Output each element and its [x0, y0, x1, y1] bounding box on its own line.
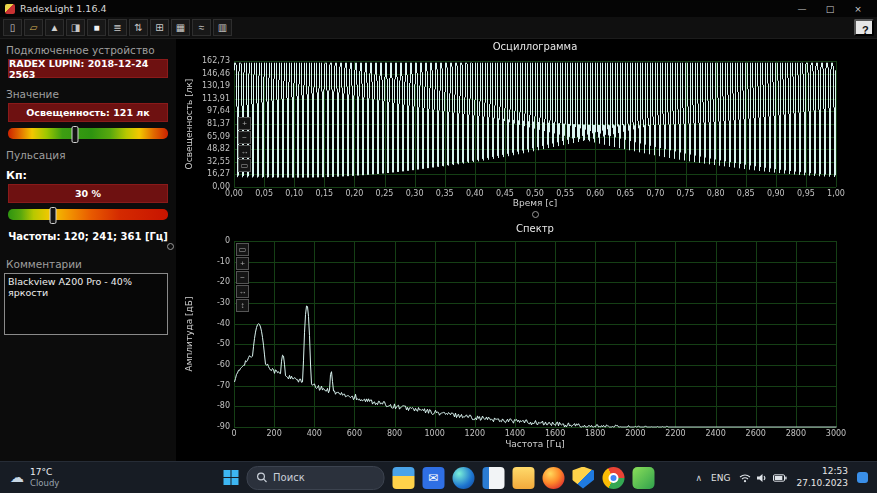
- spectrum-zoom-in-button[interactable]: +: [236, 257, 249, 270]
- spectrum-x-axis-label: Частота [Гц]: [234, 439, 836, 449]
- taskbar-weather-widget[interactable]: ☁ 17°C Cloudy: [0, 467, 160, 488]
- start-button[interactable]: [223, 470, 238, 485]
- taskbar: ☁ 17°C Cloudy Поиск ✉ ∧ ENG: [0, 461, 877, 493]
- triangle-icon: ▲: [50, 22, 60, 33]
- search-icon: [256, 472, 267, 483]
- oscillogram-zoom-out-button[interactable]: −: [238, 131, 251, 144]
- kp-value: 30 %: [8, 184, 168, 203]
- oscillogram-pan-button[interactable]: ↔: [238, 145, 251, 158]
- comments-section-header: Комментарии: [6, 258, 170, 270]
- oscillogram-x-axis-label: Время [с]: [234, 198, 836, 208]
- toolbar-waveform-button[interactable]: ≈: [192, 19, 211, 36]
- tray-date: 27.10.2023: [796, 478, 848, 490]
- notification-icon[interactable]: [857, 472, 868, 483]
- taskbar-center: Поиск ✉: [223, 466, 654, 490]
- spectrum-tools: ▭+−↔↕: [236, 243, 249, 312]
- window-icon: ◨: [71, 22, 80, 33]
- toolbar-settings-button[interactable]: ≣: [108, 19, 127, 36]
- toolbar-data-grid-button[interactable]: ⊞: [150, 19, 169, 36]
- firefox-icon[interactable]: [542, 467, 564, 489]
- document-app-icon[interactable]: [482, 467, 504, 489]
- weather-condition: Cloudy: [30, 478, 59, 488]
- tray-status-icons[interactable]: [739, 473, 787, 483]
- title-bar: RadexLight 1.16.4 — □ ×: [0, 0, 877, 17]
- folder-icon[interactable]: [512, 467, 534, 489]
- waveform-icon: ≈: [199, 22, 205, 33]
- radexlight-window: RadexLight 1.16.4 — □ × ▯▱▲◨■≣⇅⊞▦≈▥ ? По…: [0, 0, 877, 493]
- kp-label: Кп:: [6, 169, 170, 182]
- vertical-splitter-handle[interactable]: [167, 243, 174, 250]
- oscillogram-reset-button[interactable]: ▭: [238, 159, 251, 172]
- taskbar-app-icons: ✉: [392, 467, 654, 489]
- toolbar-buttons: ▯▱▲◨■≣⇅⊞▦≈▥: [3, 19, 232, 36]
- sliders-icon: ≣: [113, 22, 121, 33]
- toolbar-layout-button[interactable]: ▥: [213, 19, 232, 36]
- pulsation-section-header: Пульсация: [6, 149, 170, 161]
- cloud-icon: ☁: [10, 469, 24, 485]
- volume-icon: [756, 473, 768, 483]
- weather-temperature: 17°C: [30, 467, 59, 478]
- document-icon: ▯: [10, 22, 16, 33]
- device-badge[interactable]: RADEX LUPIN: 2018-12-24 2563: [8, 59, 168, 78]
- green-app-icon[interactable]: [632, 467, 654, 489]
- spectrum-title: Спектр: [234, 223, 836, 234]
- arrows-up-down-icon: ⇅: [134, 22, 142, 33]
- toolbar-new-file-button[interactable]: ▯: [3, 19, 22, 36]
- charts-area: Осциллограмма Освещенность [лк] Время [с…: [176, 39, 877, 462]
- chrome-icon[interactable]: [602, 467, 624, 489]
- spectrum-chart: Спектр Амплитуда [дБ] Частота [Гц] ▭+−↔↕: [176, 221, 877, 455]
- help-button[interactable]: ?: [854, 19, 874, 36]
- taskbar-clock[interactable]: 12:53 27.10.2023: [796, 466, 848, 489]
- pulsation-scale: [8, 209, 168, 220]
- illuminance-value: Освещенность: 121 лк: [8, 103, 168, 122]
- tray-time: 12:53: [796, 466, 848, 478]
- oscillogram-title: Осциллограмма: [234, 41, 836, 52]
- spectrum-select-button[interactable]: ▭: [236, 243, 249, 256]
- search-placeholder: Поиск: [273, 472, 305, 483]
- toolbar-export-button[interactable]: ▲: [45, 19, 64, 36]
- oscillogram-zoom-in-button[interactable]: +: [238, 117, 251, 130]
- value-section-header: Значение: [6, 88, 170, 100]
- maximize-button[interactable]: □: [816, 4, 844, 14]
- histogram-icon: ▦: [176, 22, 185, 33]
- toolbar-stop-button[interactable]: ■: [87, 19, 106, 36]
- tray-chevron-up-icon[interactable]: ∧: [695, 473, 702, 483]
- spectrum-y-axis-label: Амплитуда [дБ]: [184, 264, 194, 404]
- spectrum-zoom-out-button[interactable]: −: [236, 271, 249, 284]
- spectrum-pan-x-button[interactable]: ↔: [236, 285, 249, 298]
- file-explorer-icon[interactable]: [392, 467, 414, 489]
- illuminance-marker: [72, 126, 79, 143]
- stop-icon: ■: [93, 22, 99, 33]
- toolbar-import-button[interactable]: ◨: [66, 19, 85, 36]
- window-controls: — □ ×: [788, 4, 872, 14]
- sidebar: Подключенное устройство RADEX LUPIN: 201…: [0, 39, 176, 462]
- app-icon: [5, 4, 15, 14]
- defender-icon[interactable]: [572, 467, 594, 489]
- columns-icon: ▥: [218, 22, 227, 33]
- pulsation-marker: [49, 207, 56, 224]
- spectrum-pan-y-button[interactable]: ↕: [236, 299, 249, 312]
- horizontal-splitter-handle[interactable]: [532, 211, 539, 218]
- battery-icon: [773, 474, 787, 482]
- edge-icon[interactable]: [452, 467, 474, 489]
- oscillogram-chart: Осциллограмма Освещенность [лк] Время [с…: [176, 39, 877, 217]
- illuminance-scale: [8, 128, 168, 139]
- toolbar-histogram-button[interactable]: ▦: [171, 19, 190, 36]
- spectrum-plot[interactable]: [176, 221, 877, 455]
- mail-icon[interactable]: ✉: [422, 467, 444, 489]
- toolbar-open-file-button[interactable]: ▱: [24, 19, 43, 36]
- grid-plus-icon: ⊞: [155, 22, 163, 33]
- minimize-button[interactable]: —: [788, 4, 816, 14]
- toolbar-sort-button[interactable]: ⇅: [129, 19, 148, 36]
- oscillogram-y-axis-label: Освещенность [лк]: [184, 54, 194, 194]
- frequencies-text: Частоты: 120; 241; 361 [Гц]: [0, 231, 176, 242]
- wifi-icon: [739, 473, 751, 483]
- language-indicator[interactable]: ENG: [711, 473, 730, 483]
- taskbar-search[interactable]: Поиск: [246, 466, 384, 490]
- folder-icon: ▱: [30, 22, 38, 33]
- close-button[interactable]: ×: [844, 4, 872, 14]
- window-title: RadexLight 1.16.4: [20, 3, 107, 14]
- comment-input[interactable]: Blackview A200 Pro - 40% яркости: [4, 273, 168, 335]
- oscillogram-plot[interactable]: [176, 39, 877, 217]
- toolbar: ▯▱▲◨■≣⇅⊞▦≈▥ ?: [0, 17, 877, 39]
